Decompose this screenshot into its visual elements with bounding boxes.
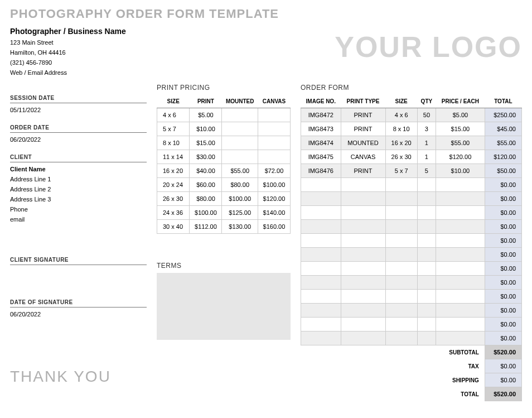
order-cell-price [436,331,485,345]
pricing-cell-mounted: $100.00 [222,192,258,206]
order-cell-total: $0.00 [485,248,521,262]
pricing-row: 24 x 36$100.00$125.00$140.00 [157,206,291,220]
order-cell-image [301,206,341,220]
order-cell-size: 8 x 10 [385,122,417,136]
order-cell-total: $0.00 [485,331,521,345]
order-cell-qty [417,318,436,331]
order-cell-image [301,290,341,304]
pricing-cell-print: $100.00 [190,206,222,220]
business-phone: (321) 456-7890 [10,59,126,66]
pricing-cell-size: 8 x 10 [157,136,190,150]
order-cell-price [436,318,485,331]
pricing-cell-print: $60.00 [190,178,222,192]
shipping-label: SHIPPING [301,373,485,387]
order-cell-price [436,234,485,248]
order-cell-type [341,262,385,276]
order-cell-price: $55.00 [436,136,485,150]
order-cell-qty: 50 [417,108,436,122]
order-row: IMG8472PRINT4 x 650$5.00$250.00 [301,108,522,122]
client-label: CLIENT [10,154,147,162]
session-date-label: SESSION DATE [10,95,147,103]
order-cell-size: 16 x 20 [385,136,417,150]
pricing-head-canvas: CANVAS [258,95,290,108]
pricing-cell-print: $80.00 [190,192,222,206]
order-row: $0.00 [301,276,522,290]
pricing-cell-size: 24 x 36 [157,206,190,220]
order-row: $0.00 [301,290,522,304]
order-cell-qty [417,178,436,192]
pricing-head-size: SIZE [157,95,190,108]
order-cell-total: $45.00 [485,122,521,136]
order-cell-qty [417,220,436,234]
order-cell-type [341,331,385,345]
client-email: email [10,216,147,223]
order-cell-size [385,178,417,192]
pricing-cell-print: $40.00 [190,164,222,178]
order-cell-qty [417,234,436,248]
pricing-cell-mounted [222,150,258,164]
order-cell-image [301,276,341,290]
print-pricing-title: PRINT PRICING [157,84,291,92]
order-row: $0.00 [301,248,522,262]
client-name: Client Name [10,166,147,172]
subtotal-value: $520.00 [485,345,521,359]
order-cell-price [436,262,485,276]
order-head-price: PRICE / EACH [436,95,485,108]
order-row: IMG8476PRINT5 x 75$10.00$50.00 [301,164,522,178]
pricing-row: 20 x 24$60.00$80.00$100.00 [157,178,291,192]
order-cell-image [301,331,341,345]
pricing-cell-canvas [258,122,290,136]
order-cell-total: $0.00 [485,318,521,331]
order-cell-total: $0.00 [485,206,521,220]
order-cell-price [436,192,485,206]
order-row: $0.00 [301,178,522,192]
order-cell-size [385,290,417,304]
order-cell-qty: 5 [417,164,436,178]
order-row: IMG8475CANVAS26 x 301$120.00$120.00 [301,150,522,164]
business-street: 123 Main Street [10,39,126,46]
terms-box [157,273,291,340]
order-cell-size [385,276,417,290]
pricing-cell-canvas: $160.00 [258,220,290,234]
order-cell-price [436,276,485,290]
order-cell-size [385,318,417,331]
order-cell-qty [417,304,436,318]
pricing-cell-canvas: $72.00 [258,164,290,178]
pricing-table: SIZE PRINT MOUNTED CANVAS 4 x 6$5.005 x … [157,95,291,234]
order-cell-qty: 1 [417,150,436,164]
tax-value: $0.00 [485,359,521,373]
pricing-row: 8 x 10$15.00 [157,136,291,150]
order-row: $0.00 [301,318,522,331]
order-row: IMG8473PRINT8 x 103$15.00$45.00 [301,122,522,136]
order-cell-size: 26 x 30 [385,150,417,164]
pricing-cell-canvas [258,136,290,150]
order-cell-qty [417,192,436,206]
order-table: IMAGE NO. PRINT TYPE SIZE QTY PRICE / EA… [301,95,522,401]
pricing-cell-size: 20 x 24 [157,178,190,192]
order-cell-size [385,331,417,345]
order-cell-type [341,290,385,304]
order-cell-size: 4 x 6 [385,108,417,122]
order-cell-image [301,178,341,192]
pricing-cell-print: $10.00 [190,122,222,136]
subtotal-label: SUBTOTAL [301,345,485,359]
business-web: Web / Email Address [10,69,126,76]
order-row: $0.00 [301,262,522,276]
business-name: Photographer / Business Name [10,27,126,36]
order-cell-total: $0.00 [485,192,521,206]
order-date-value: 06/20/2022 [10,136,147,143]
pricing-row: 11 x 14$30.00 [157,150,291,164]
order-cell-image: IMG8472 [301,108,341,122]
order-row: $0.00 [301,206,522,220]
order-cell-size [385,248,417,262]
order-cell-image: IMG8476 [301,164,341,178]
pricing-cell-mounted: $55.00 [222,164,258,178]
order-cell-image [301,304,341,318]
pricing-cell-size: 4 x 6 [157,108,190,122]
order-cell-size [385,192,417,206]
pricing-cell-print: $5.00 [190,108,222,122]
pricing-row: 4 x 6$5.00 [157,108,291,122]
pricing-cell-mounted: $125.00 [222,206,258,220]
order-cell-qty: 1 [417,136,436,150]
pricing-cell-mounted: $130.00 [222,220,258,234]
